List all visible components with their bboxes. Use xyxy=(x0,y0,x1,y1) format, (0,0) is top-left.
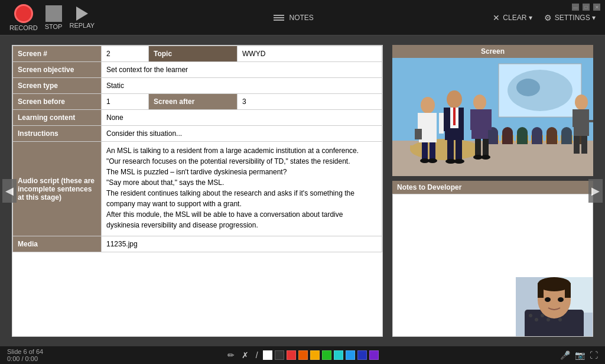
drawing-tools: ✏ ✗ / xyxy=(48,349,555,361)
svg-point-29 xyxy=(421,97,435,113)
svg-point-36 xyxy=(428,158,437,163)
svg-rect-75 xyxy=(565,283,571,298)
svg-rect-59 xyxy=(584,120,593,122)
bottom-right-tools: 🎤 📷 ⛶ xyxy=(560,350,598,360)
svg-rect-32 xyxy=(439,113,444,134)
webcam-svg xyxy=(516,277,593,336)
color-white[interactable] xyxy=(263,350,272,360)
learning-label: Learning content xyxy=(13,110,102,126)
notes-dev-header: Notes to Developer xyxy=(392,181,593,194)
settings-button[interactable]: ⚙ SETTINGS ▾ xyxy=(544,13,596,22)
record-label: RECORD xyxy=(9,24,38,31)
svg-rect-33 xyxy=(422,142,428,160)
fullscreen-button[interactable]: ⛶ xyxy=(590,350,598,360)
objective-label: Screen objective xyxy=(13,62,102,78)
svg-rect-61 xyxy=(581,136,587,154)
screen-preview-container: Screen xyxy=(392,45,593,176)
svg-point-48 xyxy=(473,95,486,110)
after-label: Screen after xyxy=(149,94,238,110)
color-light-blue[interactable] xyxy=(346,350,355,360)
microphone-button[interactable]: 🎤 xyxy=(560,350,570,360)
media-label: Media xyxy=(13,236,102,252)
learning-row: Learning content None xyxy=(13,110,382,126)
learning-value: None xyxy=(102,110,382,126)
screen-header-row: Screen # 2 Topic WWYD xyxy=(13,46,382,62)
screen-number-value: 2 xyxy=(102,46,149,62)
replay-button[interactable] xyxy=(76,6,88,21)
svg-rect-52 xyxy=(475,139,481,157)
svg-point-47 xyxy=(454,159,464,164)
color-orange[interactable] xyxy=(298,350,308,360)
svg-point-77 xyxy=(558,297,564,302)
slide-info-container: Slide 6 of 64 0:00 / 0:00 xyxy=(7,348,43,362)
svg-rect-22 xyxy=(532,132,542,144)
pen-tool-button[interactable]: ✏ xyxy=(225,349,237,361)
close-button[interactable]: ✕ xyxy=(593,4,600,11)
bottom-bar: Slide 6 of 64 0:00 / 0:00 ✏ ✗ / 🎤 📷 ⛶ xyxy=(0,346,605,364)
camera-button[interactable]: 📷 xyxy=(575,350,585,360)
color-red[interactable] xyxy=(287,350,296,360)
audio-script-label: Audio script (these are incomplete sente… xyxy=(13,142,102,236)
notes-dev-body xyxy=(392,194,593,337)
notes-label: NOTES xyxy=(289,14,313,22)
svg-point-38 xyxy=(447,90,462,108)
color-green[interactable] xyxy=(322,350,331,360)
type-label: Screen type xyxy=(13,78,102,94)
toolbar: RECORD STOP REPLAY NOTES ✕ CLEAR ▾ ⚙ SET… xyxy=(0,0,605,35)
type-row: Screen type Static xyxy=(13,78,382,94)
toolbar-center: NOTES xyxy=(106,14,481,22)
svg-rect-24 xyxy=(547,132,557,144)
svg-rect-41 xyxy=(458,108,464,131)
replay-icon xyxy=(76,6,88,21)
conference-illustration xyxy=(392,58,593,176)
before-label: Screen before xyxy=(13,94,102,110)
color-yellow[interactable] xyxy=(310,350,320,360)
audio-script-value: An MSL is talking to a resident from a l… xyxy=(102,142,382,236)
right-panel: Screen xyxy=(392,45,593,337)
highlighter-tool-button[interactable]: / xyxy=(253,349,261,361)
type-value: Static xyxy=(102,78,382,94)
svg-rect-51 xyxy=(487,109,492,130)
notes-icon xyxy=(274,15,284,21)
svg-rect-53 xyxy=(483,139,489,157)
webcam-person xyxy=(516,277,593,336)
color-teal[interactable] xyxy=(334,350,343,360)
svg-rect-18 xyxy=(502,132,513,144)
color-purple[interactable] xyxy=(369,350,379,360)
audio-row: Audio script (these are incomplete sente… xyxy=(13,142,382,236)
maximize-button[interactable]: □ xyxy=(583,4,590,11)
svg-point-66 xyxy=(535,318,538,321)
screen-preview-header: Screen xyxy=(392,45,593,58)
record-button[interactable] xyxy=(14,4,33,23)
time-total: 0:00 xyxy=(25,355,38,362)
instructions-row: Instructions Consider this situation... xyxy=(13,126,382,142)
before-value: 1 xyxy=(102,94,149,110)
svg-rect-74 xyxy=(538,283,544,298)
clear-button[interactable]: ✕ CLEAR ▾ xyxy=(493,13,532,22)
color-black[interactable] xyxy=(275,350,284,360)
previous-slide-button[interactable]: ◀ xyxy=(2,179,17,203)
minimize-button[interactable]: — xyxy=(572,4,579,11)
next-slide-button[interactable]: ▶ xyxy=(588,179,603,203)
before-after-row: Screen before 1 Screen after 3 xyxy=(13,94,382,110)
stop-button[interactable] xyxy=(45,5,62,22)
stop-control: STOP xyxy=(45,5,63,30)
time-display: 0:00 / 0:00 xyxy=(7,355,43,362)
svg-rect-44 xyxy=(447,140,454,161)
svg-rect-43 xyxy=(453,108,456,125)
notes-dev-section: Notes to Developer xyxy=(392,181,593,337)
toolbar-left: RECORD STOP REPLAY xyxy=(9,4,95,31)
svg-rect-34 xyxy=(430,142,435,160)
color-dark-blue[interactable] xyxy=(357,350,367,360)
window-controls: — □ ✕ xyxy=(572,4,600,11)
svg-rect-20 xyxy=(517,132,528,144)
eraser-tool-button[interactable]: ✗ xyxy=(239,349,251,361)
record-control: RECORD xyxy=(9,4,38,31)
svg-rect-50 xyxy=(470,109,475,130)
objective-value: Set context for the learner xyxy=(102,62,382,78)
left-panel: Screen # 2 Topic WWYD Screen objective S… xyxy=(12,45,383,337)
svg-rect-26 xyxy=(561,132,572,144)
topic-value: WWYD xyxy=(238,46,382,62)
replay-label: REPLAY xyxy=(69,22,95,29)
main-area: Screen # 2 Topic WWYD Screen objective S… xyxy=(0,35,605,346)
